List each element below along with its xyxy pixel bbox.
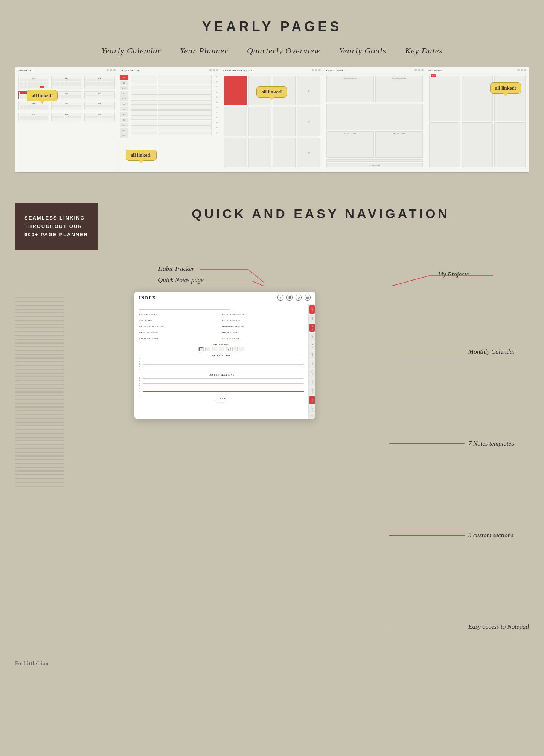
habit-tracker-label: Habit Tracker (158, 265, 194, 273)
subtitle-quarterly-overview: Quarterly Overview (247, 46, 320, 56)
device-body: YEAR PLANNER YEARLY OVERVIEW KEY DATES Y… (134, 304, 315, 419)
device-content: YEAR PLANNER YEARLY OVERVIEW KEY DATES Y… (134, 304, 308, 419)
linking-box-text: SEAMLESS LINKING THROUGHOUT OUR 900+ PAG… (24, 214, 88, 239)
panel-icon (209, 69, 212, 71)
sidebar-tab-jan[interactable]: JAN (309, 305, 315, 314)
panel-icon (524, 69, 526, 71)
notepaper-title: NOTEPAPER (139, 344, 304, 346)
page-footer: ForLittleLion (0, 653, 544, 674)
sidebar-tab-jun[interactable]: JUN (309, 351, 315, 359)
easy-access-annotation: Easy access to Notepad (389, 623, 529, 631)
tooltip-all-linked-quarterly: all linked! (256, 86, 287, 98)
panel-header-title-keydates: KEY DATES (428, 69, 442, 71)
notepaper-icon-1[interactable]: □ (198, 347, 204, 351)
custom-sections-annotation: 5 custom sections (389, 531, 529, 539)
sidebar-tab-dec[interactable]: DEC (309, 405, 315, 413)
notepaper-icon-7[interactable] (239, 347, 244, 351)
device-header: INDEX ⌂ ☰ ⊘ ▦ (134, 292, 315, 304)
subtitle-yearly-calendar: Yearly Calendar (101, 46, 161, 56)
notepaper-icon-5[interactable] (226, 347, 231, 351)
custom-sections-label: 5 custom sections (468, 531, 514, 539)
nav-item-meeting-notes: MEETING NOTES (139, 331, 221, 334)
device-title: INDEX (139, 295, 156, 300)
subtitle-key-dates: Key Dates (405, 46, 443, 56)
notes-templates-annotation: 7 Notes templates (389, 440, 529, 447)
sidebar-tab-may[interactable]: MAY (309, 342, 315, 350)
index-nav-grid-5: HABIT TRACKER READING LIST (139, 338, 304, 340)
sidebar-tab-oct[interactable]: OCT (309, 387, 315, 395)
panel-key-dates: KEY DATES JAN all linked! (426, 67, 529, 172)
sidebar-tab-aug[interactable]: AUG (309, 369, 315, 377)
left-stubs (15, 297, 64, 487)
copyright: © ForLittleLion (139, 402, 304, 404)
svg-line-3 (252, 281, 264, 286)
tooltip-all-linked-planner: all linked! (126, 150, 157, 161)
linking-box: SEAMLESS LINKING THROUGHOUT OUR 900+ PAG… (15, 203, 98, 250)
notepaper-icons: □ (139, 347, 304, 351)
custom-sections-title: CUSTOM SECTIONS (139, 374, 304, 376)
notes-templates-label: 7 Notes templates (468, 440, 514, 447)
index-section: Habit Tracker Quick Notes page My Projec… (0, 261, 544, 653)
panel-icon (213, 69, 215, 71)
sidebar-tab-sep[interactable]: SEP (309, 378, 315, 386)
panel-icon (107, 69, 109, 71)
panel-icon (110, 69, 112, 71)
index-nav-grid-3: MONTHLY OVERVIEW MONTHLY REVIEW (139, 325, 304, 328)
panel-yearly-calendar: CALENDAR // Will render inline JAN (15, 67, 118, 172)
custom-sections-list: 1 2 3 4 5 6 (139, 377, 304, 392)
panel-yearly-goals: YEARLY GOALS PERSONAL GOALS FINANCIAL GO… (323, 67, 426, 172)
svg-line-1 (248, 270, 264, 282)
tooltip-all-linked-calendar: all linked! (27, 90, 58, 101)
panel-icon (315, 69, 317, 71)
nav-title-area: QUICK AND EASY NAVIGATION (113, 203, 529, 221)
nav-item-yearly-goals: YEARLY GOALS (222, 319, 304, 322)
sidebar-tab-apr[interactable]: APR (309, 333, 315, 341)
notepaper-icon-6[interactable] (232, 347, 238, 351)
index-nav-grid-2: KEY DATES YEARLY GOALS (139, 319, 304, 322)
panel-icon (216, 69, 218, 71)
notepaper-icon-4[interactable] (219, 347, 224, 351)
preview-strip: CALENDAR // Will render inline JAN (15, 67, 529, 173)
index-main-row: INDEX ⌂ ☰ ⊘ ▦ (15, 292, 529, 631)
index-device: INDEX ⌂ ☰ ⊘ ▦ (134, 292, 315, 419)
yearly-pages-subtitle: Yearly Calendar Year Planner Quarterly O… (15, 46, 529, 56)
grid-icon[interactable]: ▦ (305, 295, 311, 301)
nav-item-key-dates: KEY DATES (139, 319, 221, 322)
sidebar-tab-jul[interactable]: JUL (309, 360, 315, 368)
svg-line-5 (392, 276, 429, 286)
nav-item-year-planner: YEAR PLANNER (139, 313, 221, 316)
document-icon[interactable]: ☰ (286, 295, 293, 301)
index-nav-grid: YEAR PLANNER YEARLY OVERVIEW (139, 313, 304, 316)
yearly-pages-title: YEARLY PAGES (15, 19, 529, 35)
covers-title: COVERS (139, 397, 304, 400)
panel-icon (414, 69, 417, 71)
easy-access-label: Easy access to Notepad (468, 623, 529, 631)
index-nav-grid-4: MEETING NOTES MY PROJECTS (139, 331, 304, 334)
home-icon[interactable]: ⌂ (277, 295, 283, 301)
panel-header-title-calendar: CALENDAR (18, 69, 31, 71)
panel-icon (517, 69, 520, 71)
panel-icon (421, 69, 424, 71)
nav-item-monthly-review: MONTHLY REVIEW (222, 325, 304, 328)
panel-header-title-quarterly: QUARTERLY OVERVIEW (223, 69, 253, 71)
device-sidebar: JAN FEB MAR APR MAY JUN JUL AUG SEP OCT … (308, 304, 315, 419)
sidebar-tab-feb[interactable]: FEB (309, 315, 315, 323)
device-icons: ⌂ ☰ ⊘ ▦ (277, 295, 311, 301)
quick-notes-title: QUICK NOTES (139, 354, 304, 357)
nav-item-habit-tracker: HABIT TRACKER (139, 338, 221, 340)
panel-year-planner: YEAR PLANNER JAN FEB MAR APR MAY JUN JUL (118, 67, 221, 172)
settings-icon[interactable]: ⊘ (296, 295, 302, 301)
panel-header-title-goals: YEARLY GOALS (326, 69, 345, 71)
subtitle-yearly-goals: Yearly Goals (339, 46, 386, 56)
panel-quarterly-overview: QUARTERLY OVERVIEW Q1 Q2 Q3 (221, 67, 324, 172)
sidebar-tab-mar[interactable]: MAR (309, 324, 315, 332)
footer-brand: ForLittleLion (15, 661, 49, 667)
monthly-calendar-label: Monthly Calendar (468, 348, 515, 356)
nav-item-yearly-overview: YEARLY OVERVIEW (222, 313, 304, 316)
sidebar-tab-nov[interactable]: NOV (309, 396, 315, 404)
notepaper-icon-3[interactable] (212, 347, 217, 351)
panel-icon (318, 69, 321, 71)
notepaper-icon-2[interactable] (205, 347, 210, 351)
quick-notes-label: Quick Notes page (158, 276, 204, 284)
nav-item-my-projects: MY PROJECTS (222, 331, 304, 334)
